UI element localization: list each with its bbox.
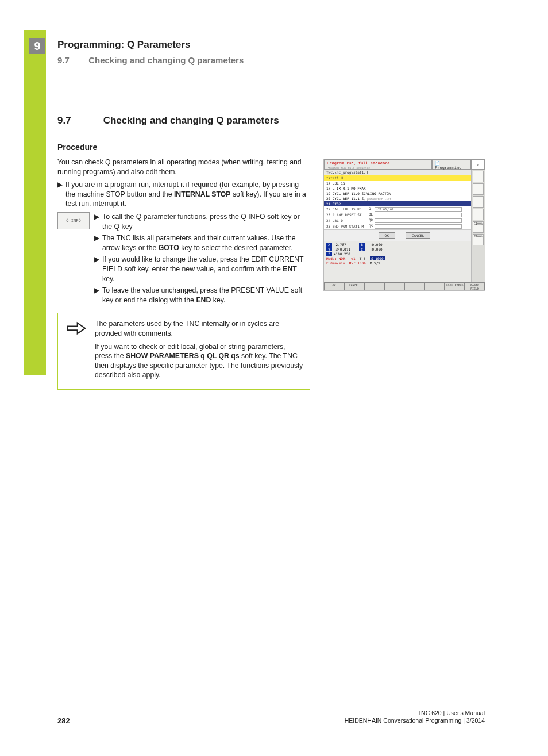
note-text: The parameters used by the TNC internall… — [95, 319, 304, 383]
scr-path: TNC:\nc_prog\stat1.H — [324, 170, 485, 175]
page-footer: 282 TNC 620 | User's Manual HEIDENHAIN C… — [57, 709, 485, 725]
scr-right-sidebar: S100% F100% — [471, 170, 485, 282]
scr-softkey-row: OK CANCEL COPY FIELD PASTE FIELD — [324, 282, 485, 290]
scr-position-display: X-2.787B+0.000 Y-340.071C+0.000 Z+100.25… — [324, 241, 485, 267]
scr-softkey — [384, 282, 404, 290]
bullet-item: ▶ To leave the value unchanged, press th… — [94, 286, 310, 305]
scr-param-row: 24 LBL 0QR — [324, 218, 485, 224]
q-info-softkey-icon: Q INFO — [57, 212, 90, 229]
note-para-1: The parameters used by the TNC internall… — [95, 319, 304, 338]
scr-cancel-button: CANCEL — [406, 232, 431, 239]
scr-param-row: 22 CALL LBL 15 REQ-20.05,108 — [324, 206, 485, 212]
footer-right: TNC 620 | User's Manual HEIDENHAIN Conve… — [345, 709, 485, 725]
scr-code-line: 19 CYCL DEF 11.0 SCALING FACTOR — [324, 191, 485, 196]
top-bullet-list: ▶ If you are in a program run, interrupt… — [57, 180, 310, 209]
running-head-section: 9.7 Checking and changing Q parameters — [57, 55, 485, 65]
bullet-text: The TNC lists all parameters and their c… — [102, 233, 310, 252]
section-title: Checking and changing Q parameters — [88, 55, 244, 65]
bullet-arrow-icon: ▶ — [94, 255, 102, 283]
scr-ok-button: OK — [379, 232, 395, 239]
scr-programming-pane: 📄 Programming — [432, 159, 471, 170]
bullet-arrow-icon: ▶ — [94, 286, 102, 305]
section-number: 9.7 — [57, 55, 86, 65]
scr-softkey — [364, 282, 384, 290]
scr-code-line: 18 L IX-0.1 R0 FMAX — [324, 186, 485, 191]
scr-mode-title: Program run, full sequence Program run f… — [324, 159, 432, 170]
bullet-text: To call the Q parameter functions, press… — [102, 212, 310, 231]
scr-param-row: 23 PLANE RESET STQL — [324, 212, 485, 218]
bullet-arrow-icon: ▶ — [57, 180, 65, 209]
footer-manual-date: HEIDENHAIN Conversational Programming | … — [345, 717, 485, 725]
subsection-title: Procedure — [57, 143, 310, 152]
footer-manual-title: TNC 620 | User's Manual — [345, 709, 485, 717]
scr-popup-buttons: OK CANCEL — [324, 229, 485, 241]
section-heading: 9.7 Checking and changing Q parameters — [57, 115, 310, 126]
scr-param-row: 25 END PGM STAT1 MQS — [324, 224, 485, 229]
scr-softkey: CANCEL — [344, 282, 364, 290]
scr-softkey: OK — [324, 282, 344, 290]
main-content: 9.7 Checking and changing Q parameters P… — [57, 115, 310, 390]
chapter-title: Programming: Q Parameters — [57, 39, 485, 51]
bullet-item: ▶ To call the Q parameter functions, pre… — [94, 212, 310, 231]
sub-bullet-list: ▶ To call the Q parameter functions, pre… — [94, 212, 310, 307]
bullet-item: ▶ If you would like to change the value,… — [94, 255, 310, 283]
scr-softkey: COPY FIELD — [445, 282, 465, 290]
softkey-instruction-block: Q INFO ▶ To call the Q parameter functio… — [57, 212, 310, 307]
section-heading-number: 9.7 — [57, 115, 101, 126]
section-heading-title: Checking and changing Q parameters — [103, 115, 279, 126]
scr-softkey — [404, 282, 424, 290]
bullet-item: ▶ If you are in a program run, interrupt… — [57, 180, 310, 209]
intro-paragraph: You can check Q parameters in all operat… — [57, 158, 310, 176]
scr-code-line: 20 CYCL DEF 11.1 SQ parameter list — [324, 196, 485, 201]
note-arrow-icon — [58, 319, 95, 383]
bullet-arrow-icon: ▶ — [94, 212, 102, 231]
scr-selected-line: 21 STOP — [324, 201, 485, 206]
bullet-text: If you are in a program run, interrupt i… — [65, 180, 310, 209]
scr-softkey — [424, 282, 445, 290]
gear-icon: ✲ — [471, 159, 485, 170]
scr-program-name: *stat1.H — [324, 175, 485, 181]
chapter-number-badge: 9 — [29, 38, 45, 54]
sidebar-accent-bar — [24, 30, 46, 375]
bullet-text: To leave the value unchanged, press the … — [102, 286, 310, 305]
page-header: Programming: Q Parameters 9.7 Checking a… — [57, 39, 485, 65]
note-para-2: If you want to check or edit local, glob… — [95, 342, 304, 380]
bullet-text: If you would like to change the value, p… — [102, 255, 310, 283]
bullet-arrow-icon: ▶ — [94, 233, 102, 252]
bullet-item: ▶ The TNC lists all parameters and their… — [94, 233, 310, 252]
scr-softkey: PASTE FIELD — [465, 282, 485, 290]
note-box: The parameters used by the TNC internall… — [57, 313, 310, 390]
scr-code-line: 17 LBL 15 — [324, 181, 485, 186]
control-screenshot: Program run, full sequence Program run f… — [323, 159, 485, 291]
page-number: 282 — [57, 716, 70, 725]
